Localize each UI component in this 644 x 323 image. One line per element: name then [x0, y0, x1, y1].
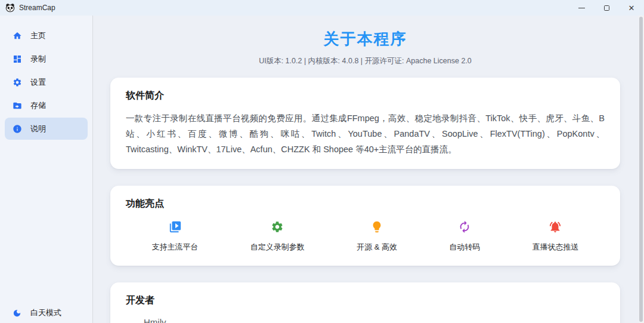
developers-card: 开发者 Hmily 作者	[110, 282, 620, 323]
maximize-icon	[604, 5, 609, 11]
scrollbar-thumb[interactable]	[639, 17, 643, 322]
sidebar-item-about[interactable]: 说明	[5, 118, 88, 140]
bell-icon	[549, 220, 562, 233]
window-title: StreamCap	[19, 4, 55, 12]
developer-info: Hmily 作者	[144, 317, 166, 323]
sidebar: 主页 录制 设置 存储 说明 白天模式	[0, 16, 93, 323]
theme-toggle[interactable]: 白天模式	[0, 300, 92, 323]
intro-card-title: 软件简介	[126, 90, 605, 102]
settings-icon	[13, 78, 22, 87]
sidebar-item-settings[interactable]: 设置	[5, 71, 88, 93]
maximize-button[interactable]	[594, 0, 619, 16]
intro-card-body: 一款专注于录制在线直播平台视频的免费应用。通过集成FFmpeg，高效、稳定地录制…	[126, 111, 605, 157]
feature-platforms: 支持主流平台	[152, 220, 199, 253]
window-controls: ✕	[569, 0, 644, 16]
features-card: 功能亮点 支持主流平台 自定义录制参数 开源 & 高效 自动转码	[110, 186, 620, 266]
storage-icon	[13, 101, 22, 110]
sidebar-item-label: 设置	[30, 77, 46, 88]
version-info: UI版本: 1.0.2 | 内核版本: 4.0.8 | 开源许可证: Apach…	[110, 56, 620, 66]
record-icon	[13, 54, 22, 64]
developer-row: Hmily 作者	[126, 317, 605, 323]
feature-label: 开源 & 高效	[357, 242, 397, 253]
sidebar-item-label: 录制	[30, 54, 46, 64]
intro-card: 软件简介 一款专注于录制在线直播平台视频的免费应用。通过集成FFmpeg，高效、…	[110, 78, 620, 169]
features-card-title: 功能亮点	[126, 198, 605, 210]
developer-name: Hmily	[144, 317, 166, 323]
feature-label: 自定义录制参数	[250, 242, 305, 253]
sidebar-item-label: 主页	[30, 30, 46, 41]
titlebar: StreamCap ✕	[0, 0, 644, 16]
info-icon	[13, 124, 22, 134]
features-row: 支持主流平台 自定义录制参数 开源 & 高效 自动转码 直播状态推送	[126, 220, 605, 254]
minimize-button[interactable]	[569, 0, 594, 16]
app-logo-panda-icon	[5, 3, 15, 13]
gear-icon	[271, 220, 284, 233]
theme-toggle-label: 白天模式	[30, 307, 61, 318]
feature-opensource: 开源 & 高效	[357, 220, 397, 253]
sidebar-item-storage[interactable]: 存储	[5, 94, 88, 116]
feature-live-status: 直播状态推送	[532, 220, 578, 253]
feature-label: 支持主流平台	[152, 242, 199, 253]
feature-label: 直播状态推送	[532, 242, 578, 253]
home-icon	[13, 31, 22, 41]
lightbulb-icon	[370, 220, 383, 233]
minimize-icon	[578, 8, 585, 8]
moon-icon	[13, 309, 21, 318]
sidebar-item-label: 说明	[30, 124, 46, 134]
about-page: 关于本程序 UI版本: 1.0.2 | 内核版本: 4.0.8 | 开源许可证:…	[93, 16, 644, 323]
feature-transcode: 自动转码	[449, 220, 480, 253]
sidebar-item-home[interactable]: 主页	[5, 24, 88, 47]
feature-label: 自动转码	[449, 242, 480, 253]
close-icon: ✕	[628, 4, 635, 13]
page-title: 关于本程序	[110, 29, 620, 50]
sidebar-item-record[interactable]: 录制	[5, 48, 88, 70]
sync-icon	[458, 220, 471, 233]
sidebar-item-label: 存储	[30, 100, 46, 111]
developers-card-title: 开发者	[126, 294, 605, 307]
video-library-icon	[169, 220, 182, 233]
close-button[interactable]: ✕	[619, 0, 644, 16]
feature-custom-params: 自定义录制参数	[250, 220, 305, 253]
scrollbar-track[interactable]	[639, 16, 644, 323]
